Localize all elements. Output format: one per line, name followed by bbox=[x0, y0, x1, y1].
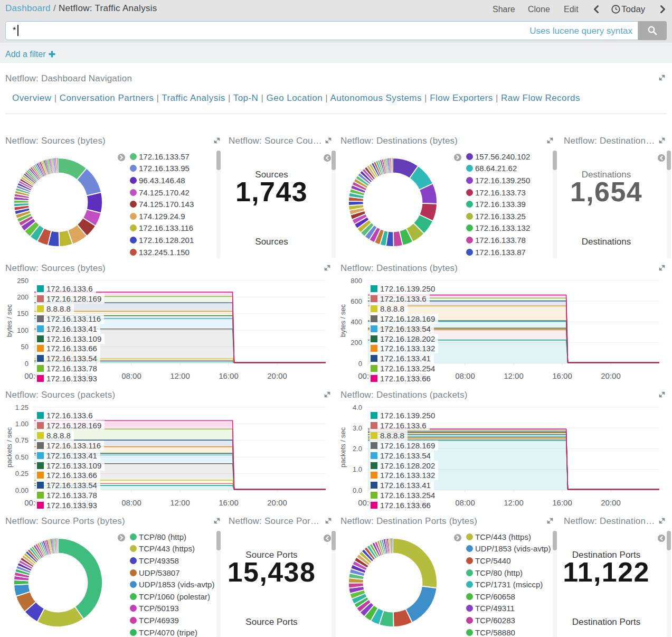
svg-text:12:00: 12:00 bbox=[504, 498, 524, 507]
svg-text:150: 150 bbox=[17, 310, 29, 317]
svg-text:2.0: 2.0 bbox=[353, 445, 362, 453]
svg-text:packets / sec: packets / sec bbox=[5, 427, 13, 467]
svg-text:08:00: 08:00 bbox=[455, 498, 475, 507]
svg-text:16:00: 16:00 bbox=[219, 498, 239, 507]
svg-text:3.0: 3.0 bbox=[353, 424, 362, 432]
svg-text:12:00: 12:00 bbox=[170, 371, 190, 380]
svg-text:250: 250 bbox=[17, 277, 29, 285]
svg-text:16:00: 16:00 bbox=[552, 498, 572, 507]
svg-text:08:00: 08:00 bbox=[121, 371, 141, 380]
svg-text:0: 0 bbox=[358, 360, 362, 368]
svg-text:20:00: 20:00 bbox=[267, 498, 287, 507]
svg-text:100: 100 bbox=[17, 326, 29, 334]
svg-text:0.25: 0.25 bbox=[15, 470, 29, 477]
svg-text:20:00: 20:00 bbox=[601, 371, 621, 380]
svg-text:200: 200 bbox=[17, 293, 29, 301]
svg-text:16:00: 16:00 bbox=[219, 371, 239, 380]
svg-text:4.0: 4.0 bbox=[353, 404, 362, 411]
svg-text:1.25: 1.25 bbox=[15, 404, 29, 411]
svg-text:0: 0 bbox=[25, 360, 29, 368]
svg-text:0.50: 0.50 bbox=[15, 453, 29, 461]
svg-text:08:00: 08:00 bbox=[121, 498, 141, 507]
svg-text:16:00: 16:00 bbox=[552, 371, 572, 380]
svg-text:12:00: 12:00 bbox=[504, 371, 524, 380]
svg-text:bytes / sec: bytes / sec bbox=[339, 304, 347, 337]
svg-text:400: 400 bbox=[351, 318, 362, 326]
svg-text:1.00: 1.00 bbox=[15, 420, 29, 428]
svg-text:0.0: 0.0 bbox=[353, 486, 362, 494]
svg-text:20:00: 20:00 bbox=[601, 498, 621, 507]
svg-text:20:00: 20:00 bbox=[267, 371, 287, 380]
svg-text:600: 600 bbox=[351, 297, 362, 305]
svg-text:12:00: 12:00 bbox=[170, 498, 190, 507]
svg-text:0.75: 0.75 bbox=[15, 436, 29, 444]
svg-text:1.0: 1.0 bbox=[353, 465, 362, 473]
svg-text:800: 800 bbox=[351, 277, 362, 285]
svg-text:bytes / sec: bytes / sec bbox=[5, 304, 13, 337]
svg-text:08:00: 08:00 bbox=[455, 371, 475, 380]
svg-text:200: 200 bbox=[351, 339, 362, 346]
svg-text:0.00: 0.00 bbox=[15, 486, 29, 494]
svg-text:packets / sec: packets / sec bbox=[339, 427, 347, 467]
svg-text:50: 50 bbox=[21, 343, 29, 351]
